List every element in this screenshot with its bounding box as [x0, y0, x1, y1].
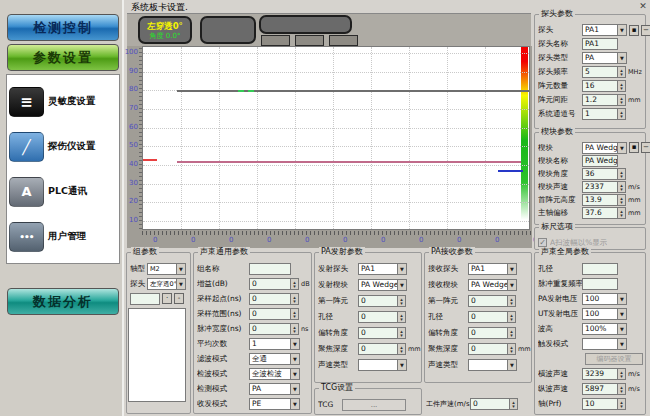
spinner-buttons[interactable] [397, 296, 405, 306]
field-value[interactable]: 0 [359, 296, 397, 306]
dropdown-arrow-icon[interactable]: ▼ [290, 354, 299, 364]
field-value[interactable]: PA1 [469, 264, 507, 274]
dropdown-arrow-icon[interactable]: ▼ [290, 399, 299, 409]
field-value[interactable] [583, 264, 617, 274]
dropdown-arrow-icon[interactable]: ▼ [617, 25, 626, 35]
dropdown-arrow-icon[interactable]: ▼ [507, 360, 516, 370]
group-name-input[interactable] [130, 293, 160, 305]
field-control[interactable]: ▼ [582, 278, 618, 290]
group-listbox[interactable] [128, 308, 186, 402]
field-control[interactable]: 0 ▼ [358, 311, 406, 323]
field-value[interactable]: 5897 [583, 384, 617, 394]
field-control[interactable]: 2337 ▼ [582, 181, 626, 193]
sidebar-item[interactable]: 探伤仪设置 [9, 124, 117, 169]
amplitude-percent-checkbox[interactable]: ✓ [538, 238, 547, 247]
field-control[interactable]: 1 ▼ [582, 108, 626, 120]
field-control[interactable]: 0 ▼ [468, 343, 516, 355]
field-value[interactable]: 100 [583, 294, 617, 304]
field-control[interactable]: ▼ [582, 263, 618, 275]
field-value[interactable]: 36 [583, 169, 617, 179]
field-value[interactable]: 0 [471, 399, 509, 409]
spinner-buttons[interactable] [617, 81, 625, 91]
field-value[interactable]: PA1 [583, 39, 617, 49]
field-value[interactable]: PA [250, 384, 290, 394]
field-value[interactable]: 全波检波 [250, 369, 290, 379]
dropdown-arrow-icon[interactable]: ▼ [617, 143, 626, 153]
field-control[interactable]: ▼ [249, 263, 291, 275]
spinner-buttons[interactable] [617, 195, 625, 205]
field-value[interactable]: 0 [469, 344, 507, 354]
field-value[interactable]: 0 [250, 294, 290, 304]
field-control[interactable]: ▼ [358, 359, 407, 371]
dropdown-arrow-icon[interactable]: ▼ [397, 264, 406, 274]
toolbar-small-button[interactable] [261, 35, 290, 46]
empty-mode-button[interactable] [200, 16, 256, 44]
field-value[interactable] [469, 360, 507, 370]
field-control[interactable]: PA ▼ [582, 52, 627, 64]
field-value[interactable]: 0 [469, 312, 507, 322]
field-value[interactable]: 0 [469, 296, 507, 306]
spinner-buttons[interactable] [397, 312, 405, 322]
spinner-buttons[interactable] [509, 399, 517, 409]
field-value[interactable]: 0 [469, 328, 507, 338]
field-control[interactable]: 0 ▼ [358, 295, 406, 307]
param-settings-button[interactable]: 参数设置 [7, 44, 119, 71]
spinner-buttons[interactable] [617, 208, 625, 218]
field-value[interactable]: PA1 [359, 264, 397, 274]
field-value[interactable]: 13.9 [583, 195, 617, 205]
field-value[interactable] [583, 279, 617, 289]
field-value[interactable]: 1.2 [583, 95, 617, 105]
spinner-buttons[interactable] [617, 95, 625, 105]
encoder-settings-button[interactable]: 编码器设置 [585, 353, 643, 365]
field-value[interactable]: 100 [583, 309, 617, 319]
field-value[interactable]: 0 [359, 344, 397, 354]
dropdown-arrow-icon[interactable]: ▼ [290, 369, 299, 379]
field-value[interactable]: 0 [250, 324, 290, 334]
field-value[interactable]: PA Wedge [469, 280, 507, 290]
field-value[interactable]: 16 [583, 81, 617, 91]
field-control[interactable]: PA ▼ [249, 383, 300, 395]
field-control[interactable]: 1 ▼ [249, 338, 300, 350]
dropdown-arrow-icon[interactable]: ▼ [617, 309, 626, 319]
dropdown-arrow-icon[interactable]: ▼ [397, 360, 406, 370]
field-control[interactable]: 3239 ▼ [582, 368, 626, 380]
dropdown-arrow-icon[interactable]: ▼ [290, 384, 299, 394]
dropdown-arrow-icon[interactable]: ▼ [617, 339, 626, 349]
workpiece-velocity-field[interactable]: 0 [470, 398, 518, 410]
field-value[interactable]: PA Wedge [359, 280, 397, 290]
probe-select[interactable]: 左穿透0° ▼ [147, 278, 186, 290]
field-control[interactable]: 5 ▼ [582, 66, 626, 78]
dropdown-arrow-icon[interactable]: ▼ [176, 279, 185, 289]
remove-group-button[interactable]: - [174, 293, 184, 304]
dropdown-arrow-icon[interactable]: ▼ [617, 324, 626, 334]
field-control[interactable]: 0 ▼ [468, 295, 516, 307]
field-control[interactable]: 10 ▼ [582, 398, 626, 410]
field-control[interactable]: ▼ [582, 338, 627, 350]
field-control[interactable]: 1.2 ▼ [582, 94, 626, 106]
field-control[interactable]: 37.6 ▼ [582, 207, 626, 219]
remove-wedge-button[interactable]: − [641, 142, 650, 153]
field-control[interactable]: 全通 ▼ [249, 353, 300, 365]
field-value[interactable]: 2337 [583, 182, 617, 192]
spinner-buttons[interactable] [507, 312, 515, 322]
spinner-buttons[interactable] [507, 296, 515, 306]
field-value[interactable]: 10 [583, 399, 617, 409]
field-control[interactable]: 100% ▼ [582, 323, 627, 335]
field-control[interactable]: PA1 ▼ [358, 263, 407, 275]
sidebar-item[interactable]: 用户管理 [9, 214, 117, 259]
axis-type-select[interactable]: M2 ▼ [147, 263, 186, 275]
spinner-buttons[interactable] [617, 369, 625, 379]
remove-probe-button[interactable]: − [641, 25, 650, 36]
spinner-buttons[interactable] [290, 324, 298, 334]
spinner-buttons[interactable] [290, 309, 298, 319]
field-control[interactable]: 全波检波 ▼ [249, 368, 300, 380]
field-value[interactable]: PA [583, 53, 617, 63]
field-control[interactable]: PA Wedge ▼ [468, 279, 517, 291]
dropdown-arrow-icon[interactable]: ▼ [176, 264, 185, 274]
field-control[interactable]: PA1 ▼ [582, 38, 618, 50]
add-wedge-button[interactable]: ▪ [629, 142, 639, 153]
field-control[interactable]: 100 ▼ [582, 293, 627, 305]
spinner-buttons[interactable] [617, 67, 625, 77]
field-value[interactable]: PA Wedge [583, 156, 617, 166]
field-control[interactable]: 0 ▼ [249, 323, 299, 335]
